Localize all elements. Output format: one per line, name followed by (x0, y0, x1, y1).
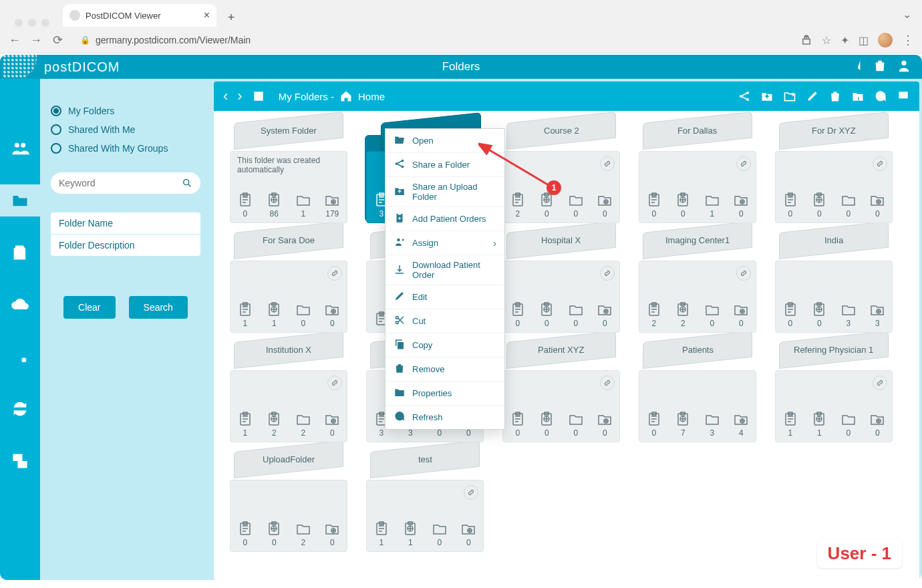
recycle-bin-icon[interactable] (873, 58, 887, 76)
search-icon (182, 178, 192, 188)
folder-item[interactable]: Hospital X0000 (497, 233, 625, 333)
chevron-right-icon: › (493, 238, 496, 249)
folder-item[interactable]: Institution X1220 (224, 342, 353, 442)
folder-grid[interactable]: System FolderThis folder was created aut… (214, 111, 919, 580)
folder-stat: 1 (266, 301, 282, 328)
folder-stat: 0 (295, 301, 311, 328)
link-badge-icon (600, 266, 615, 281)
folder-stat: 0 (568, 411, 584, 438)
folder-stat: 3 (840, 301, 857, 328)
ctx-edit[interactable]: Edit (386, 285, 504, 309)
radio-my-folders[interactable]: My Folders (51, 106, 200, 116)
tab-close-icon[interactable]: × (204, 9, 210, 21)
toolbar-upload-icon[interactable] (252, 90, 265, 103)
folder-item[interactable]: test1100 (361, 452, 489, 552)
clear-button[interactable]: Clear (63, 296, 115, 319)
folder-item[interactable]: For Dr XYZ0000 (770, 123, 898, 223)
nav-back-icon[interactable]: ← (8, 33, 21, 47)
ctx-label: Share an Upload Folder (412, 182, 496, 202)
browser-tab[interactable]: PostDICOM Viewer × (63, 4, 216, 27)
folder-stat: 1 (782, 411, 798, 438)
folder-stat: 0 (811, 301, 827, 328)
field-folder-description[interactable]: Folder Description (51, 235, 200, 256)
panel-icon[interactable]: ◫ (859, 34, 869, 47)
toolbar-refresh-icon[interactable] (874, 90, 887, 103)
toolbar-back-icon[interactable]: ‹ (223, 88, 228, 105)
browser-menu-icon[interactable]: ⋮ (902, 33, 914, 47)
star-icon[interactable]: ☆ (822, 34, 831, 47)
folder-item[interactable]: System FolderThis folder was created aut… (224, 123, 353, 223)
app-header: postDICOM Folders (0, 55, 922, 79)
link-badge-icon (600, 156, 615, 171)
toolbar-delete-icon[interactable] (828, 90, 842, 103)
profile-avatar[interactable] (878, 33, 893, 47)
folder-item[interactable]: India0033 (770, 233, 898, 333)
field-list: Folder NameFolder Description (51, 212, 200, 256)
nav-sync[interactable] (0, 393, 40, 425)
ctx-cut[interactable]: Cut (386, 309, 504, 333)
nav-users[interactable] (0, 132, 40, 164)
traffic-max[interactable] (41, 19, 49, 27)
folder-item[interactable]: Patient XYZ0000 (497, 342, 625, 442)
favicon (69, 10, 80, 21)
toolbar-edit-icon[interactable] (806, 90, 819, 103)
nav-folders[interactable] (0, 184, 40, 216)
nav-upload[interactable] (0, 289, 40, 321)
user-icon[interactable] (897, 58, 911, 76)
folder-item[interactable]: Refering Physician 11100 (770, 342, 898, 442)
ctx-share-a-folder[interactable]: Share a Folder (386, 153, 504, 177)
folder-item[interactable]: Imaging Center12200 (633, 233, 762, 333)
toolbar-info-icon[interactable] (851, 90, 865, 103)
folder-stat: 2 (646, 301, 662, 328)
tabs-dropdown-icon[interactable]: ⌄ (903, 8, 911, 21)
radio-shared-with-me[interactable]: Shared With Me (51, 124, 200, 135)
sort-icon[interactable] (849, 58, 863, 76)
traffic-close[interactable] (15, 19, 23, 27)
ctx-properties[interactable]: Properties (386, 382, 504, 406)
field-folder-name[interactable]: Folder Name (51, 212, 200, 235)
ctx-remove[interactable]: Remove (386, 357, 504, 382)
toolbar-upload-folder-icon[interactable] (760, 90, 774, 103)
folder-item[interactable]: For Sara Doe1100 (224, 233, 353, 333)
person-icon (394, 236, 406, 250)
ctx-download-patient-order[interactable]: Download Patient Order (386, 255, 504, 285)
search-button[interactable]: Search (129, 296, 188, 319)
toolbar-new-folder-icon[interactable] (783, 90, 796, 103)
folder-item[interactable]: UploadFolder0020 (224, 452, 353, 552)
toolbar-present-icon[interactable] (897, 90, 910, 103)
radio-shared-with-my-groups[interactable]: Shared With My Groups (51, 143, 200, 154)
ctx-open[interactable]: Open (386, 129, 504, 153)
folder-item[interactable]: Patients0734 (633, 342, 762, 442)
address-bar[interactable]: 🔒 germany.postdicom.com/Viewer/Main (72, 30, 792, 50)
folder-item[interactable]: For Dallas0010 (633, 123, 762, 223)
ctx-share-an-upload-folder[interactable]: Share an Upload Folder (386, 177, 504, 207)
folder-item[interactable]: Course 22000 (497, 123, 625, 223)
search-input[interactable] (59, 178, 182, 188)
nav-forward-icon[interactable]: → (29, 33, 43, 47)
folder-stat: 2 (266, 411, 282, 438)
nav-reload-icon[interactable]: ⟳ (51, 33, 64, 47)
share-chrome-icon[interactable] (800, 34, 812, 47)
svg-point-0 (901, 60, 906, 65)
breadcrumb-home[interactable]: Home (358, 91, 385, 102)
ctx-refresh[interactable]: Refresh (386, 406, 504, 429)
folder-stat: 0 (539, 301, 555, 328)
extensions-icon[interactable]: ✦ (840, 34, 849, 47)
search-input-wrapper[interactable] (51, 172, 200, 194)
folder-stat: 2 (675, 301, 691, 328)
new-tab-button[interactable]: + (222, 8, 241, 27)
nav-list-search[interactable] (0, 341, 40, 373)
ctx-label: Assign (412, 238, 438, 248)
nav-screens[interactable] (0, 445, 40, 477)
toolbar-forward-icon[interactable]: › (237, 88, 242, 105)
ctx-add-patient-orders[interactable]: Add Patient Orders (386, 207, 504, 231)
toolbar-share-icon[interactable] (738, 90, 751, 103)
ctx-assign[interactable]: Assign› (386, 231, 504, 255)
radio-label: Shared With Me (68, 124, 135, 135)
link-badge-icon (873, 156, 887, 171)
upload-folder-icon (394, 185, 406, 199)
nav-documents[interactable] (0, 237, 40, 269)
ctx-copy[interactable]: Copy (386, 333, 504, 357)
folder-stat: 1 (811, 411, 827, 438)
traffic-min[interactable] (28, 19, 36, 27)
